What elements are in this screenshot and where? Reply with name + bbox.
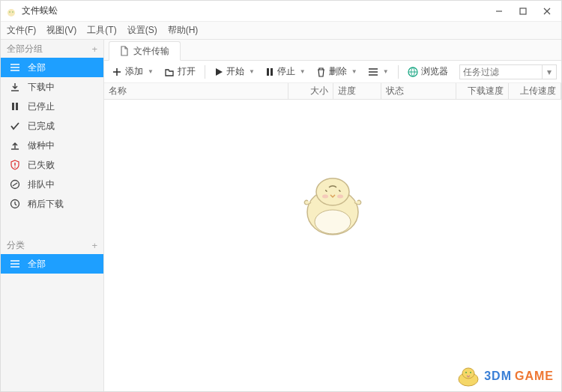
tab-file-transfer[interactable]: 文件传输 bbox=[109, 41, 181, 61]
browser-button[interactable]: 浏览器 bbox=[405, 64, 451, 79]
shield-alert-icon bbox=[10, 160, 20, 170]
add-group-button[interactable]: + bbox=[91, 43, 97, 55]
sidebar-item-label: 下载中 bbox=[28, 81, 55, 94]
open-label: 打开 bbox=[178, 65, 196, 78]
filter-input[interactable] bbox=[459, 64, 542, 79]
app-title: 文件蜈蚣 bbox=[22, 4, 494, 17]
toolbar: 添加 ▼ 打开 开始 ▼ 停止 ▼ 删除 ▼ bbox=[104, 61, 561, 83]
sidebar-item-downloading[interactable]: 下载中 bbox=[1, 77, 103, 97]
caret-icon: ▼ bbox=[383, 68, 389, 75]
stop-button[interactable]: 停止 ▼ bbox=[262, 64, 309, 79]
svg-rect-21 bbox=[267, 68, 269, 76]
sidebar-item-label: 稍后下载 bbox=[28, 198, 64, 211]
menu-view[interactable]: 视图(V) bbox=[46, 24, 76, 37]
col-name[interactable]: 名称 bbox=[104, 83, 288, 99]
filter-dropdown-button[interactable]: ▾ bbox=[542, 64, 557, 79]
delete-label: 删除 bbox=[329, 65, 347, 78]
upload-icon bbox=[10, 140, 20, 151]
menu-file[interactable]: 文件(F) bbox=[7, 24, 36, 37]
categories-label: 分类 bbox=[7, 239, 25, 252]
sidebar-item-later[interactable]: 稍后下载 bbox=[1, 194, 103, 214]
start-label: 开始 bbox=[226, 65, 244, 78]
svg-rect-11 bbox=[16, 103, 18, 110]
sidebar-category-all[interactable]: 全部 bbox=[1, 254, 103, 274]
browser-label: 浏览器 bbox=[421, 65, 448, 78]
separator bbox=[398, 65, 399, 79]
hamburger-icon bbox=[10, 62, 20, 73]
menu-help[interactable]: 帮助(H) bbox=[168, 24, 199, 37]
tab-label: 文件传输 bbox=[133, 45, 169, 58]
sidebar-item-failed[interactable]: 已失败 bbox=[1, 155, 103, 175]
stop-label: 停止 bbox=[277, 65, 295, 78]
svg-rect-22 bbox=[271, 68, 273, 76]
svg-point-13 bbox=[14, 166, 16, 168]
delete-button[interactable]: 删除 ▼ bbox=[313, 64, 360, 79]
watermark-text-a: 3DM bbox=[484, 370, 512, 383]
file-icon bbox=[120, 46, 129, 56]
caret-icon: ▼ bbox=[351, 68, 357, 75]
clock-icon bbox=[10, 199, 20, 209]
add-button[interactable]: 添加 ▼ bbox=[109, 64, 157, 79]
menubar: 文件(F) 视图(V) 工具(T) 设置(S) 帮助(H) bbox=[1, 22, 561, 40]
separator bbox=[205, 65, 205, 79]
pause-icon bbox=[10, 101, 20, 112]
queue-icon bbox=[10, 179, 20, 190]
svg-point-34 bbox=[465, 372, 467, 373]
group-header-all: 全部分组 + bbox=[1, 40, 103, 58]
col-download-speed[interactable]: 下载速度 bbox=[456, 83, 509, 99]
col-upload-speed[interactable]: 上传速度 bbox=[509, 83, 561, 99]
sidebar-item-label: 排队中 bbox=[28, 178, 55, 191]
mascot-image bbox=[291, 163, 374, 246]
sidebar-item-label: 已完成 bbox=[28, 120, 55, 133]
list-options-button[interactable]: ▼ bbox=[365, 66, 392, 78]
sidebar-item-queued[interactable]: 排队中 bbox=[1, 175, 103, 194]
column-headers: 名称 大小 进度 状态 下载速度 上传速度 bbox=[104, 83, 561, 100]
sidebar-item-all[interactable]: 全部 bbox=[1, 58, 103, 77]
svg-point-2 bbox=[12, 11, 13, 12]
group-label: 全部分组 bbox=[7, 43, 43, 55]
col-progress[interactable]: 进度 bbox=[333, 83, 381, 99]
col-size[interactable]: 大小 bbox=[288, 83, 333, 99]
group-header-categories: 分类 + bbox=[1, 236, 103, 254]
caret-icon: ▼ bbox=[300, 68, 306, 75]
menu-tools[interactable]: 工具(T) bbox=[87, 24, 116, 37]
svg-rect-10 bbox=[12, 103, 14, 110]
sidebar-item-label: 已停止 bbox=[28, 100, 55, 113]
download-icon bbox=[10, 82, 20, 92]
check-icon bbox=[10, 121, 20, 131]
watermark: 3DMGAME bbox=[456, 366, 554, 387]
sidebar-item-label: 全部 bbox=[28, 258, 46, 271]
task-filter: ▾ bbox=[459, 64, 557, 79]
open-button[interactable]: 打开 bbox=[161, 64, 199, 79]
task-list-empty bbox=[104, 100, 561, 391]
window-controls bbox=[494, 6, 557, 16]
maximize-button[interactable] bbox=[518, 6, 528, 16]
hamburger-icon bbox=[10, 259, 20, 269]
app-icon bbox=[5, 5, 17, 17]
add-category-button[interactable]: + bbox=[91, 240, 97, 251]
titlebar: 文件蜈蚣 bbox=[1, 1, 561, 22]
minimize-button[interactable] bbox=[494, 6, 504, 16]
menu-settings[interactable]: 设置(S) bbox=[127, 24, 157, 37]
caret-icon: ▼ bbox=[249, 68, 255, 75]
sidebar-item-stopped[interactable]: 已停止 bbox=[1, 97, 103, 116]
sidebar-item-label: 做种中 bbox=[28, 139, 55, 152]
main-panel: 文件传输 添加 ▼ 打开 开始 ▼ 停止 ▼ bbox=[104, 40, 561, 391]
svg-point-28 bbox=[315, 210, 351, 234]
svg-point-29 bbox=[316, 178, 349, 205]
close-button[interactable] bbox=[542, 6, 552, 16]
svg-point-31 bbox=[337, 195, 343, 199]
sidebar-item-seeding[interactable]: 做种中 bbox=[1, 136, 103, 155]
watermark-icon bbox=[456, 366, 481, 387]
svg-rect-4 bbox=[520, 8, 526, 14]
tab-row: 文件传输 bbox=[104, 40, 561, 61]
caret-icon: ▼ bbox=[148, 68, 154, 75]
add-label: 添加 bbox=[125, 65, 143, 78]
svg-point-30 bbox=[322, 195, 328, 199]
start-button[interactable]: 开始 ▼ bbox=[211, 64, 258, 79]
sidebar: 全部分组 + 全部 下载中 已停止 已完成 做种中 已失败 排队中 bbox=[1, 40, 104, 391]
svg-point-1 bbox=[9, 11, 10, 12]
svg-point-35 bbox=[470, 372, 471, 373]
sidebar-item-completed[interactable]: 已完成 bbox=[1, 116, 103, 136]
col-status[interactable]: 状态 bbox=[381, 83, 456, 99]
